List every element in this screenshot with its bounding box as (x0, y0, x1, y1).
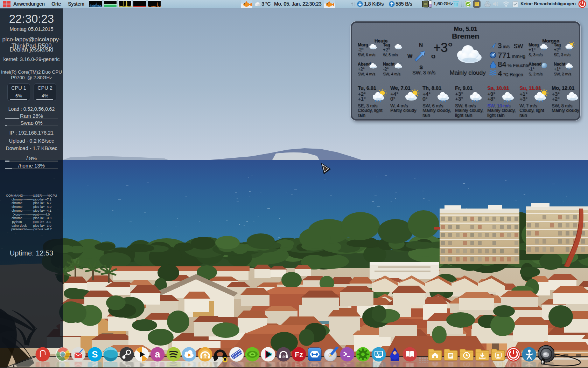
svg-text:S: S (92, 362, 98, 367)
svg-text:Fz: Fz (295, 350, 303, 359)
svg-text:a: a (155, 362, 160, 367)
svg-text:a: a (155, 349, 160, 360)
svg-text:Fz: Fz (295, 362, 303, 367)
svg-text:S: S (92, 349, 98, 360)
